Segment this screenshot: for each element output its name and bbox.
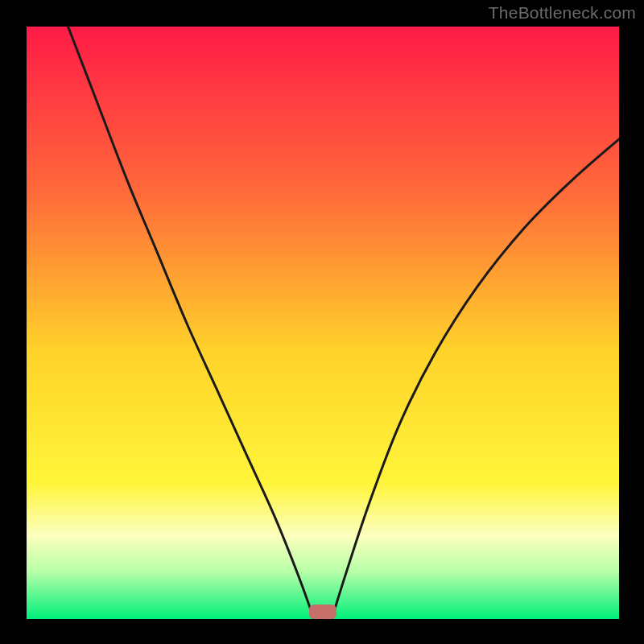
chart-plot-area — [27, 27, 619, 619]
bottleneck-marker — [309, 605, 336, 619]
chart-background-gradient — [27, 27, 619, 619]
watermark-text: TheBottleneck.com — [489, 3, 636, 23]
